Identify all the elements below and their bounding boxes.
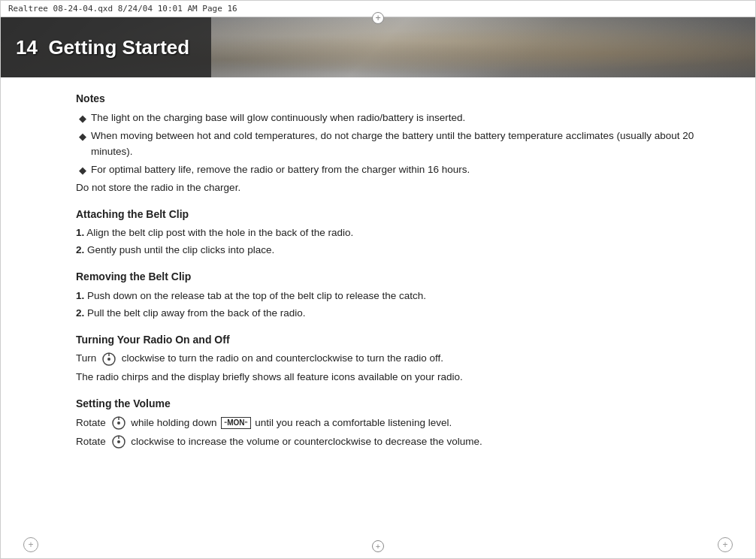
notes-section: Notes ◆ The light on the charging base w… — [76, 91, 695, 196]
belt-clip-remove-section: Removing the Belt Clip 1. Push down on t… — [76, 269, 695, 322]
mon-badge: “MON” — [221, 417, 250, 429]
bullet-item-2: ◆ When moving between hot and cold tempe… — [76, 128, 695, 160]
belt-clip-attach-step-1: 1. Align the belt clip post with the hol… — [76, 225, 695, 241]
bullet-diamond-2: ◆ — [79, 129, 86, 144]
notes-plain-text: Do not store the radio in the charger. — [76, 180, 695, 196]
registration-mark-top — [372, 12, 384, 24]
turning-on-off-heading: Turning Your Radio On and Off — [76, 332, 695, 349]
top-bar: Realtree 08-24-04.qxd 8/24/04 10:01 AM P… — [1, 1, 755, 17]
setting-volume-line2: Rotate clockwise to increase the volume … — [76, 434, 695, 450]
svg-point-8 — [117, 440, 120, 443]
belt-clip-attach-step-2: 2. Gently push until the clip clicks int… — [76, 243, 695, 258]
knob-icon-vol-1 — [111, 415, 126, 431]
registration-mark-bottom: + — [372, 540, 384, 552]
corner-mark-right: + — [718, 537, 733, 552]
bullet-diamond-1: ◆ — [79, 111, 86, 126]
belt-clip-attach-section: Attaching the Belt Clip 1. Align the bel… — [76, 207, 695, 259]
knob-icon-on-off — [101, 352, 116, 367]
setting-volume-heading: Setting the Volume — [76, 396, 695, 412]
bullet-item-3: ◆ For optimal battery life, remove the r… — [76, 162, 695, 178]
turning-on-off-section: Turning Your Radio On and Off Turn clock… — [76, 332, 695, 386]
turning-on-off-line1: Turn clockwise to turn the radio on and … — [76, 351, 695, 367]
chapter-title: 14 Getting Started — [16, 36, 189, 59]
bullet-item-1: ◆ The light on the charging base will gl… — [76, 110, 695, 126]
content-area: Notes ◆ The light on the charging base w… — [1, 77, 755, 467]
setting-volume-section: Setting the Volume Rotate while holding … — [76, 396, 695, 450]
chapter-title-box: 14 Getting Started — [1, 17, 211, 77]
turning-on-off-line2: The radio chirps and the display briefly… — [76, 370, 695, 385]
file-info: Realtree 08-24-04.qxd 8/24/04 10:01 AM P… — [8, 4, 237, 14]
bullet-text-2: When moving between hot and cold tempera… — [91, 128, 695, 160]
knob-icon-vol-2 — [111, 434, 126, 449]
notes-heading: Notes — [76, 91, 695, 107]
belt-clip-remove-step-1: 1. Push down on the release tab at the t… — [76, 289, 695, 304]
corner-mark-left: + — [23, 537, 38, 552]
bullet-text-3: For optimal battery life, remove the rad… — [91, 162, 470, 178]
svg-point-2 — [107, 358, 110, 361]
belt-clip-remove-step-2: 2. Pull the belt clip away from the back… — [76, 306, 695, 322]
svg-point-5 — [117, 422, 120, 425]
page-header: 14 Getting Started — [1, 17, 755, 77]
belt-clip-attach-heading: Attaching the Belt Clip — [76, 207, 695, 223]
page-wrapper: Realtree 08-24-04.qxd 8/24/04 10:01 AM P… — [0, 0, 756, 559]
belt-clip-remove-heading: Removing the Belt Clip — [76, 269, 695, 286]
bullet-diamond-3: ◆ — [79, 163, 86, 178]
setting-volume-line1: Rotate while holding down “MON” until yo… — [76, 415, 695, 431]
bullet-text-1: The light on the charging base will glow… — [91, 110, 465, 126]
